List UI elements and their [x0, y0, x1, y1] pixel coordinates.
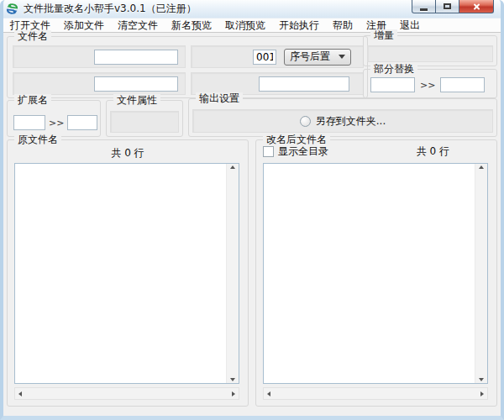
renamed-count-label: 共 0 行: [417, 144, 449, 159]
menu-help[interactable]: 帮助: [326, 18, 360, 32]
increment-group: 增量: [363, 35, 497, 66]
show-full-dir-checkbox[interactable]: [263, 146, 274, 157]
menu-add-files[interactable]: 添加文件: [57, 18, 111, 32]
scroll-left-icon[interactable]: [18, 391, 22, 396]
source-files-list[interactable]: [14, 163, 239, 384]
filename-extra-input[interactable]: [259, 76, 349, 92]
renamed-files-list-content[interactable]: [264, 164, 475, 383]
replace-to-input[interactable]: [440, 77, 485, 92]
output-settings-group-label: 输出设置: [196, 92, 243, 105]
app-logo-icon: [6, 3, 18, 15]
scroll-up-icon[interactable]: [479, 165, 484, 169]
extension-from-input[interactable]: [13, 115, 45, 130]
close-button[interactable]: [459, 0, 494, 13]
scroll-down-icon[interactable]: [230, 378, 235, 381]
extension-group: 扩展名 >>: [7, 100, 101, 137]
client-area: 文件名 序号后置 增量 部分替换: [3, 33, 501, 415]
menu-clear-files[interactable]: 清空文件: [111, 18, 165, 32]
filename-input-2[interactable]: [94, 76, 178, 92]
window-title: 文件批量改名小帮手v3.0.1（已注册）: [24, 2, 197, 16]
filename-input-1[interactable]: [94, 50, 178, 65]
renamed-horizontal-scrollbar[interactable]: [263, 387, 488, 400]
renamed-list-header: 显示全目录 共 0 行: [263, 144, 490, 159]
extension-to-input[interactable]: [67, 115, 97, 130]
menu-preview-names[interactable]: 新名预览: [165, 18, 218, 32]
menu-exit[interactable]: 退出: [393, 18, 427, 32]
source-vertical-scrollbar[interactable]: [226, 164, 239, 383]
menu-cancel-preview[interactable]: 取消预览: [218, 18, 272, 32]
source-files-list-content[interactable]: [15, 164, 226, 383]
extension-arrow-label: >>: [49, 118, 64, 129]
source-files-group: 原文件名 共 0 行: [7, 139, 249, 407]
scroll-right-icon[interactable]: [480, 391, 484, 396]
filename-panel-2: [13, 72, 186, 95]
scroll-left-icon[interactable]: [267, 391, 270, 396]
title-bar[interactable]: 文件批量改名小帮手v3.0.1（已注册）: [0, 0, 504, 18]
maximize-icon: [444, 3, 451, 9]
menu-bar: 打开文件 添加文件 清空文件 新名预览 取消预览 开始执行 帮助 注册 退出: [0, 18, 504, 33]
output-settings-group: 输出设置 另存到文件夹...: [188, 98, 497, 137]
file-attributes-panel: [110, 111, 179, 133]
save-to-folder-radio[interactable]: [300, 116, 311, 127]
file-attributes-group: 文件属性: [106, 100, 183, 137]
maximize-button[interactable]: [435, 0, 459, 13]
extension-group-label: 扩展名: [14, 94, 51, 107]
window-controls: [412, 0, 494, 13]
filename-group: 文件名 序号后置: [7, 36, 368, 98]
save-to-folder-label: 另存到文件夹...: [316, 114, 386, 129]
sequence-mode-value: 序号后置: [290, 50, 330, 64]
filename-panel-1: [13, 45, 186, 68]
renamed-files-group: 改名后文件名 显示全目录 共 0 行: [255, 139, 497, 407]
scroll-right-icon[interactable]: [232, 391, 235, 396]
minimize-button[interactable]: [412, 0, 436, 13]
filename-panel-3: [191, 72, 364, 95]
output-settings-panel: 另存到文件夹...: [192, 109, 493, 133]
renamed-vertical-scrollbar[interactable]: [475, 164, 487, 383]
chevron-down-icon: [339, 55, 345, 59]
renamed-files-list[interactable]: [263, 163, 488, 384]
close-icon: [472, 2, 481, 11]
partial-replace-group: 部分替换 >>: [363, 69, 497, 98]
source-horizontal-scrollbar[interactable]: [14, 387, 239, 400]
replace-arrow-label: >>: [420, 80, 435, 91]
app-window: 文件批量改名小帮手v3.0.1（已注册） 打开文件 添加文件 清空文件 新名预览…: [0, 0, 504, 420]
replace-from-input[interactable]: [370, 77, 415, 92]
sequence-mode-select[interactable]: 序号后置: [284, 49, 351, 66]
sequence-start-input[interactable]: [253, 50, 276, 65]
scroll-up-icon[interactable]: [230, 165, 235, 169]
increment-group-label: 增量: [370, 29, 397, 42]
increment-panel: [367, 45, 493, 62]
minimize-icon: [420, 8, 428, 11]
show-full-dir-label: 显示全目录: [278, 144, 328, 159]
source-count-label: 共 0 行: [8, 146, 248, 160]
sequence-panel: 序号后置: [191, 45, 364, 68]
file-attributes-group-label: 文件属性: [113, 94, 160, 107]
menu-execute[interactable]: 开始执行: [272, 18, 326, 32]
source-files-group-label: 原文件名: [14, 134, 61, 146]
filename-group-label: 文件名: [14, 30, 51, 43]
partial-replace-group-label: 部分替换: [370, 63, 417, 76]
scroll-down-icon[interactable]: [479, 378, 484, 381]
